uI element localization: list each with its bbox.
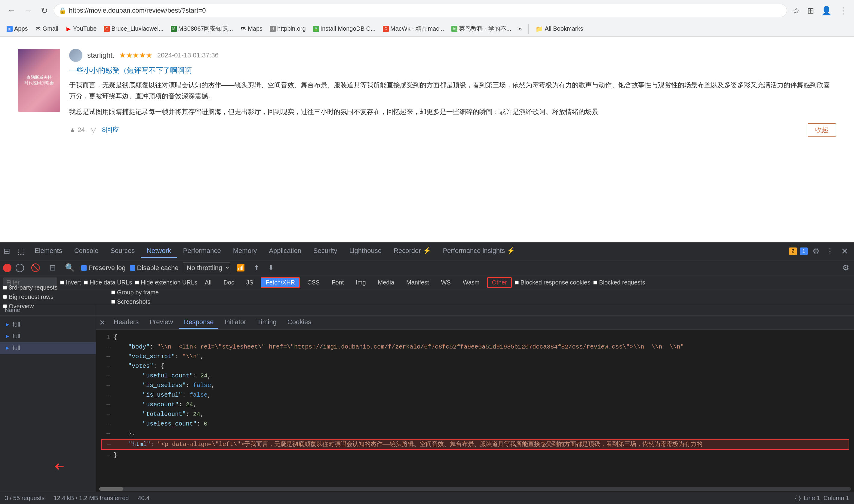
- upload-icon[interactable]: ⬆: [251, 263, 261, 273]
- disable-cache-checkbox[interactable]: Disable cache: [130, 264, 179, 272]
- bookmark-more[interactable]: »: [515, 24, 525, 33]
- line-content-1: {: [114, 332, 849, 342]
- profile-icon[interactable]: 👤: [819, 4, 834, 17]
- all-bookmarks[interactable]: 📁 All Bookmarks: [532, 24, 586, 34]
- close-devtools-button[interactable]: ✕: [839, 245, 850, 257]
- tab-console[interactable]: Console: [68, 245, 105, 258]
- code-line-2: — "body": "\\n <link rel=\"stylesheet\" …: [101, 342, 849, 352]
- resp-tab-cookies[interactable]: Cookies: [283, 316, 316, 329]
- filter-img[interactable]: Img: [351, 277, 370, 287]
- stop-button[interactable]: [16, 264, 24, 272]
- filter-ws[interactable]: WS: [437, 277, 455, 287]
- vote-up-button[interactable]: ▲ 24: [69, 126, 85, 134]
- download-icon[interactable]: ⬇: [266, 263, 276, 273]
- tab-recorder[interactable]: Recorder ⚡: [387, 245, 437, 258]
- resp-tab-response[interactable]: Response: [179, 316, 218, 329]
- request-arrow-3: ►: [5, 345, 10, 351]
- tab-security[interactable]: Security: [307, 245, 343, 258]
- tab-memory[interactable]: Memory: [227, 245, 263, 258]
- scrollbar-thumb[interactable]: [99, 487, 123, 491]
- vote-down-button[interactable]: ▽: [91, 126, 96, 134]
- blocked-requests-checkbox[interactable]: Blocked requests: [593, 279, 645, 286]
- address-bar[interactable]: 🔒 https://movie.douban.com/review/best/?…: [54, 4, 787, 17]
- tab-lighthouse[interactable]: Lighthouse: [343, 245, 387, 258]
- settings-network-icon[interactable]: ⚙: [840, 261, 851, 274]
- js-icon: { }: [795, 495, 801, 502]
- extensions-icon[interactable]: ⊞: [805, 4, 816, 17]
- horizontal-scrollbar[interactable]: [99, 487, 851, 491]
- filter-wasm[interactable]: Wasm: [458, 277, 484, 287]
- big-rows-checkbox[interactable]: Big request rows: [3, 293, 99, 301]
- bookmark-apps[interactable]: ⊞ Apps: [4, 24, 31, 33]
- reply-link[interactable]: 8回应: [102, 125, 119, 134]
- review-title[interactable]: 一些小小的感受（短评写不下了啊啊啊: [69, 66, 836, 75]
- tab-performance[interactable]: Performance: [177, 245, 227, 258]
- gmail-favicon: ✉: [35, 26, 41, 32]
- blocked-response-cookies-label: Blocked response cookies: [521, 279, 590, 286]
- request-name-1: full: [13, 321, 20, 328]
- tab-performance-insights[interactable]: Performance insights ⚡: [437, 245, 521, 258]
- more-menu-icon[interactable]: ⋮: [837, 4, 849, 17]
- bookmark-bruce[interactable]: C Bruce_Liuxiaowei...: [101, 24, 166, 33]
- filter-fetch-xhr[interactable]: Fetch/XHR: [261, 277, 300, 288]
- filter-js[interactable]: JS: [242, 277, 258, 287]
- code-line-10: — "useless_count": 0: [101, 419, 849, 429]
- filter-font[interactable]: Font: [327, 277, 348, 287]
- request-item-1[interactable]: ► full: [0, 319, 96, 330]
- bookmark-httpbin-label: httpbin.org: [277, 25, 306, 32]
- tab-application[interactable]: Application: [263, 245, 307, 258]
- filter-all[interactable]: All: [200, 277, 216, 287]
- network-options-bar: 3rd-party requests Big request rows Over…: [0, 290, 854, 304]
- filter-other[interactable]: Other: [487, 277, 512, 288]
- clear-button[interactable]: 🚫: [28, 262, 43, 274]
- tab-sources[interactable]: Sources: [104, 245, 141, 258]
- request-item-2[interactable]: ► full: [0, 330, 96, 342]
- more-devtools-icon[interactable]: ⋮: [824, 245, 836, 258]
- code-viewer[interactable]: 1 { — "body": "\\n <link rel=\"styleshee…: [96, 329, 854, 486]
- filter-manifest[interactable]: Manifest: [402, 277, 434, 287]
- bookmark-mongo[interactable]: 🍃 Install MongoDB C...: [310, 24, 379, 33]
- big-rows-label: Big request rows: [9, 293, 54, 301]
- settings-icon[interactable]: ⚙: [811, 245, 821, 258]
- line-content-11: },: [114, 429, 849, 438]
- filter-media[interactable]: Media: [374, 277, 399, 287]
- bookmark-youtube[interactable]: ▶ YouTube: [62, 24, 100, 33]
- tab-network[interactable]: Network: [141, 245, 177, 258]
- filter-css[interactable]: CSS: [303, 277, 324, 287]
- collapse-button[interactable]: 收起: [808, 123, 836, 137]
- third-party-checkbox[interactable]: 3rd-party requests: [3, 284, 99, 291]
- search-icon[interactable]: 🔍: [62, 262, 77, 274]
- request-item-3[interactable]: ► full: [0, 342, 96, 354]
- reload-button[interactable]: ↻: [38, 3, 50, 18]
- resp-tab-timing[interactable]: Timing: [252, 316, 281, 329]
- filter-doc[interactable]: Doc: [219, 277, 239, 287]
- record-button[interactable]: [3, 264, 12, 272]
- bookmark-gmail[interactable]: ✉ Gmail: [32, 24, 61, 33]
- close-panel-button[interactable]: ✕: [99, 319, 105, 327]
- resp-tab-headers[interactable]: Headers: [109, 316, 143, 329]
- bookmark-star-icon[interactable]: ☆: [791, 4, 802, 17]
- filter-toggle-icon[interactable]: ⊟: [47, 262, 58, 274]
- bookmark-httpbin[interactable]: H httpbin.org: [267, 24, 309, 33]
- preserve-log-checkbox[interactable]: Preserve log: [81, 264, 126, 272]
- blocked-response-cookies-checkbox[interactable]: Blocked response cookies: [515, 279, 590, 286]
- bookmark-ms[interactable]: M MS08067网安知识...: [168, 23, 236, 34]
- back-button[interactable]: ←: [5, 3, 18, 18]
- review-body: starlight. ★★★★★ 2024-01-13 01:37:36 一些小…: [69, 49, 836, 137]
- resp-tab-preview[interactable]: Preview: [145, 316, 178, 329]
- bookmark-macwk[interactable]: C MacWk - 精品mac...: [380, 23, 447, 34]
- forward-button[interactable]: →: [22, 3, 35, 18]
- throttle-select[interactable]: No throttling: [183, 262, 230, 273]
- screenshots-checkbox[interactable]: Screenshots: [111, 298, 851, 305]
- bookmark-gmail-label: Gmail: [43, 25, 58, 32]
- resp-tab-initiator[interactable]: Initiator: [219, 316, 251, 329]
- bookmark-niao[interactable]: 菜 菜鸟教程 - 学的不...: [448, 23, 514, 34]
- bookmark-bruce-label: Bruce_Liuxiaowei...: [111, 25, 163, 32]
- devtools-inspect-icon[interactable]: ⬚: [14, 247, 29, 256]
- group-by-frame-checkbox[interactable]: Group by frame: [111, 289, 851, 296]
- column-headers: Name: [0, 304, 854, 316]
- tab-elements[interactable]: Elements: [29, 245, 68, 258]
- hide-ext-urls-checkbox[interactable]: Hide extension URLs: [135, 279, 197, 286]
- devtools-dock-icon[interactable]: ⊟: [0, 247, 14, 256]
- bookmark-maps[interactable]: 🗺 Maps: [237, 24, 266, 33]
